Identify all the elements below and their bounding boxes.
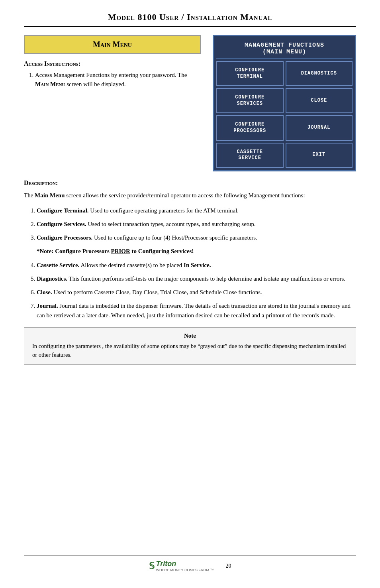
- desc-item-1-bold: Configure Terminal.: [37, 207, 89, 214]
- page-footer: 𝕊 Triton WHERE MONEY COMES FROM.™ 20: [24, 555, 356, 572]
- btn-configure-terminal[interactable]: CONFIGURETERMINAL: [216, 61, 284, 86]
- access-instructions-title: Access Instructions:: [24, 60, 201, 67]
- triton-s-icon: 𝕊: [149, 561, 155, 571]
- desc-item-7: Journal. Journal data is imbedded in the…: [37, 301, 356, 320]
- desc-item-3-bold: Configure Processors.: [37, 234, 92, 241]
- description-intro: The Main Menu screen allows the service …: [24, 191, 356, 200]
- triton-logo-text: Triton WHERE MONEY COMES FROM.™: [156, 560, 214, 572]
- page: Model 8100 User / Installation Manual Ma…: [0, 0, 380, 588]
- main-menu-bold: Main Menu: [35, 192, 65, 199]
- btn-close[interactable]: CLOSE: [286, 88, 353, 113]
- mgmt-title-line1: MANAGEMENT FUNCTIONS: [218, 42, 351, 49]
- top-section: Main Menu Access Instructions: Access Ma…: [24, 35, 356, 171]
- footer-logo: 𝕊 Triton WHERE MONEY COMES FROM.™: [149, 560, 214, 572]
- page-number: 20: [225, 563, 231, 569]
- note-box-text: In configuring the parameters , the avai…: [32, 342, 348, 360]
- desc-item-2: Configure Services. Used to select trans…: [37, 219, 356, 229]
- mgmt-panel-title: MANAGEMENT FUNCTIONS (MAIN MENU): [216, 39, 353, 59]
- instruction-text-1: Access Management Functions by entering …: [35, 72, 187, 87]
- btn-cassette-service[interactable]: CASSETTESERVICE: [216, 143, 284, 168]
- mgmt-title-line2: (MAIN MENU): [218, 49, 351, 55]
- description-title: Description:: [24, 179, 356, 187]
- btn-exit[interactable]: EXIT: [286, 143, 353, 168]
- main-menu-box: Main Menu: [24, 35, 201, 54]
- description-list: Configure Terminal. Used to configure op…: [24, 206, 356, 242]
- note-box-title: Note: [32, 332, 348, 339]
- description-list-2: Cassette Service. Allows the desired cas…: [24, 260, 356, 320]
- triton-tagline: WHERE MONEY COMES FROM.™: [156, 568, 214, 572]
- triton-italic: Triton: [156, 560, 176, 568]
- btn-journal[interactable]: JOURNAL: [286, 115, 353, 140]
- page-title: Model 8100 User / Installation Manual: [24, 12, 356, 22]
- left-column: Main Menu Access Instructions: Access Ma…: [24, 35, 201, 171]
- description-section: Description: The Main Menu screen allows…: [24, 179, 356, 373]
- desc-item-1: Configure Terminal. Used to configure op…: [37, 206, 356, 215]
- note-box: Note In configuring the parameters , the…: [24, 327, 356, 365]
- desc-item-6-bold: Close.: [37, 289, 52, 295]
- prior-underline: PRIOR: [111, 248, 130, 254]
- btn-diagnostics[interactable]: DIAGNOSTICS: [286, 61, 353, 86]
- triton-name: Triton: [156, 560, 214, 568]
- instruction-bold: Main Menu: [35, 81, 65, 87]
- desc-item-5-bold: Diagnostics.: [37, 275, 67, 282]
- page-header: Model 8100 User / Installation Manual: [24, 12, 356, 27]
- desc-item-4: Cassette Service. Allows the desired cas…: [37, 260, 356, 270]
- right-column: MANAGEMENT FUNCTIONS (MAIN MENU) CONFIGU…: [213, 35, 356, 171]
- main-menu-title: Main Menu: [33, 40, 192, 49]
- mgmt-panel: MANAGEMENT FUNCTIONS (MAIN MENU) CONFIGU…: [213, 35, 356, 171]
- processors-note: *Note: Configure Processors PRIOR to Con…: [37, 248, 356, 255]
- btn-configure-services[interactable]: CONFIGURESERVICES: [216, 88, 284, 113]
- instructions-list: Access Management Functions by entering …: [24, 71, 201, 88]
- desc-item-4-bold: Cassette Service.: [37, 262, 79, 268]
- mgmt-button-grid: CONFIGURETERMINAL DIAGNOSTICS CONFIGURES…: [216, 61, 353, 168]
- desc-item-2-bold: Configure Services.: [37, 221, 86, 227]
- desc-item-7-bold: Journal.: [37, 303, 58, 309]
- btn-configure-processors[interactable]: CONFIGUREPROCESSORS: [216, 115, 284, 140]
- in-service-bold: In Service.: [184, 262, 211, 268]
- desc-item-3: Configure Processors. Used to configure …: [37, 233, 356, 242]
- desc-item-5: Diagnostics. This function performs self…: [37, 274, 356, 283]
- instruction-item-1: Access Management Functions by entering …: [35, 71, 201, 88]
- desc-item-6: Close. Used to perform Cassette Close, D…: [37, 287, 356, 297]
